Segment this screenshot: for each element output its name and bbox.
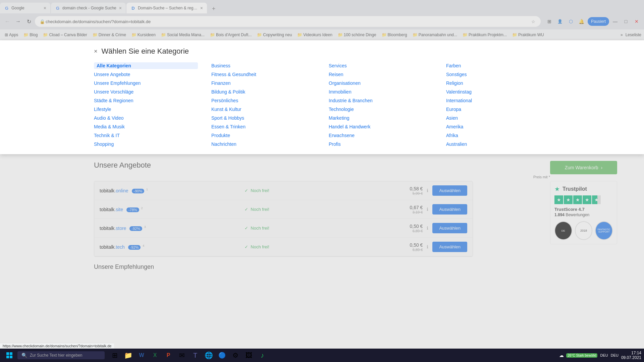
taskbar-app-music[interactable]: ♪ bbox=[256, 349, 268, 361]
cat-profis[interactable]: Profis bbox=[329, 141, 433, 147]
categories-grid: Alle Kategorien Unsere Angebote Unsere E… bbox=[94, 62, 550, 147]
cat-marketing[interactable]: Marketing bbox=[329, 115, 433, 121]
cat-afrika[interactable]: Afrika bbox=[446, 132, 550, 139]
cat-unsere-angebote[interactable]: Unsere Angebote bbox=[94, 71, 198, 78]
cat-shopping[interactable]: Shopping bbox=[94, 141, 198, 147]
close-dropdown-button[interactable]: × bbox=[94, 48, 98, 55]
page-wrapper: G Google × G domain check - Google Suche… bbox=[0, 0, 644, 362]
cat-unsere-empfehlungen[interactable]: Unsere Empfehlungen bbox=[94, 80, 198, 86]
cat-kunst-kultur[interactable]: Kunst & Kultur bbox=[211, 106, 315, 113]
category-col-4: Farben Sonstiges Religion Valentinstag I… bbox=[446, 62, 550, 147]
taskbar-clock: 17:14 09.07.2021 bbox=[621, 351, 641, 360]
taskbar-search-text: Zur Suche Text hier eingeben bbox=[30, 353, 83, 358]
cat-media-musik[interactable]: Media & Musik bbox=[94, 123, 198, 130]
cat-business[interactable]: Business bbox=[211, 62, 315, 69]
start-button[interactable] bbox=[3, 349, 16, 361]
taskbar-app-windows[interactable]: ⊞ bbox=[109, 349, 121, 361]
windows-icon bbox=[6, 352, 12, 358]
cat-lifestyle[interactable]: Lifestyle bbox=[94, 106, 198, 113]
cat-nachrichten[interactable]: Nachrichten bbox=[211, 141, 315, 147]
cat-farben[interactable]: Farben bbox=[446, 62, 550, 69]
cat-industrie-branchen[interactable]: Industrie & Branchen bbox=[329, 97, 433, 104]
svg-rect-3 bbox=[10, 356, 12, 358]
taskbar: 🔍 Zur Suche Text hier eingeben ⊞ 📁 W X P… bbox=[0, 349, 644, 362]
cat-religion[interactable]: Religion bbox=[446, 80, 550, 86]
clock-date: 09.07.2021 bbox=[621, 355, 641, 360]
cat-handel-handwerk[interactable]: Handel & Handwerk bbox=[329, 123, 433, 130]
status-bar: https://www.checkdomain.de/domains/suche… bbox=[0, 343, 114, 349]
taskbar-app-explorer[interactable]: 📁 bbox=[122, 349, 134, 361]
cat-alle-kategorien[interactable]: Alle Kategorien bbox=[94, 62, 198, 69]
taskbar-app-powerpoint[interactable]: P bbox=[162, 349, 174, 361]
cat-sonstiges[interactable]: Sonstiges bbox=[446, 71, 550, 78]
taskbar-app-settings[interactable]: ⚙ bbox=[229, 349, 241, 361]
category-col-1: Alle Kategorien Unsere Angebote Unsere E… bbox=[94, 62, 198, 147]
svg-rect-0 bbox=[6, 352, 9, 355]
svg-rect-1 bbox=[10, 352, 12, 355]
taskbar-app-word[interactable]: W bbox=[136, 349, 148, 361]
dropdown-title: Wählen Sie eine Kategorie bbox=[102, 47, 189, 56]
cat-fitness-gesundheit[interactable]: Fitness & Gesundheit bbox=[211, 71, 315, 78]
taskbar-app-photos[interactable]: 🖼 bbox=[243, 349, 255, 361]
cat-technik-it[interactable]: Technik & IT bbox=[94, 132, 198, 139]
taskbar-apps: ⊞ 📁 W X P ✉ T 🌐 🔵 ⚙ 🖼 ♪ bbox=[109, 349, 268, 361]
cat-produkte[interactable]: Produkte bbox=[211, 132, 315, 139]
cat-amerika[interactable]: Amerika bbox=[446, 123, 550, 130]
cat-australien[interactable]: Australien bbox=[446, 141, 550, 147]
taskbar-app-excel[interactable]: X bbox=[149, 349, 161, 361]
taskbar-app-chrome[interactable]: 🔵 bbox=[216, 349, 228, 361]
cat-staedte-regionen[interactable]: Städte & Regionen bbox=[94, 97, 198, 104]
cat-essen-trinken[interactable]: Essen & Trinken bbox=[211, 123, 315, 130]
category-col-2: Business Fitness & Gesundheit Finanzen B… bbox=[211, 62, 315, 147]
cat-europa[interactable]: Europa bbox=[446, 106, 550, 113]
cat-reisen[interactable]: Reisen bbox=[329, 71, 433, 78]
cat-international[interactable]: International bbox=[446, 97, 550, 104]
language-indicator: DEU bbox=[600, 353, 608, 357]
cat-finanzen[interactable]: Finanzen bbox=[211, 80, 315, 86]
cat-asien[interactable]: Asien bbox=[446, 115, 550, 121]
cat-bildung-politik[interactable]: Bildung & Politik bbox=[211, 88, 315, 95]
weather-badge: 26°C Stark bewölkt bbox=[566, 353, 597, 358]
cat-persoenliches[interactable]: Persönliches bbox=[211, 97, 315, 104]
taskbar-system-icons: ☁ 26°C Stark bewölkt DEU DEU bbox=[558, 353, 619, 358]
svg-rect-2 bbox=[6, 356, 9, 358]
keyboard-indicator: DEU bbox=[611, 353, 619, 357]
cat-organisationen[interactable]: Organisationen bbox=[329, 80, 433, 86]
taskbar-search[interactable]: 🔍 Zur Suche Text hier eingeben bbox=[17, 351, 105, 359]
cat-unsere-vorschlaege[interactable]: Unsere Vorschläge bbox=[94, 88, 198, 95]
dropdown-header: × Wählen Sie eine Kategorie bbox=[94, 47, 550, 56]
taskbar-search-icon: 🔍 bbox=[21, 353, 27, 358]
status-url: https://www.checkdomain.de/domains/suche… bbox=[3, 344, 111, 348]
cat-immobilien[interactable]: Immobilien bbox=[329, 88, 433, 95]
taskbar-right: ☁ 26°C Stark bewölkt DEU DEU 17:14 09.07… bbox=[558, 351, 641, 360]
cat-technologie[interactable]: Technologie bbox=[329, 106, 433, 113]
cat-sport-hobbys[interactable]: Sport & Hobbys bbox=[211, 115, 315, 121]
cat-erwachsene[interactable]: Erwachsene bbox=[329, 132, 433, 139]
taskbar-app-teams[interactable]: T bbox=[189, 349, 201, 361]
category-dropdown: × Wählen Sie eine Kategorie Alle Kategor… bbox=[0, 40, 644, 154]
cat-valentinstag[interactable]: Valentinstag bbox=[446, 88, 550, 95]
cat-audio-video[interactable]: Audio & Video bbox=[94, 115, 198, 121]
cat-services[interactable]: Services bbox=[329, 62, 433, 69]
taskbar-app-mail[interactable]: ✉ bbox=[176, 349, 188, 361]
category-col-3: Services Reisen Organisationen Immobilie… bbox=[329, 62, 433, 147]
taskbar-app-edge[interactable]: 🌐 bbox=[203, 349, 215, 361]
cloud-icon: ☁ bbox=[558, 353, 565, 358]
clock-time: 17:14 bbox=[621, 351, 641, 355]
